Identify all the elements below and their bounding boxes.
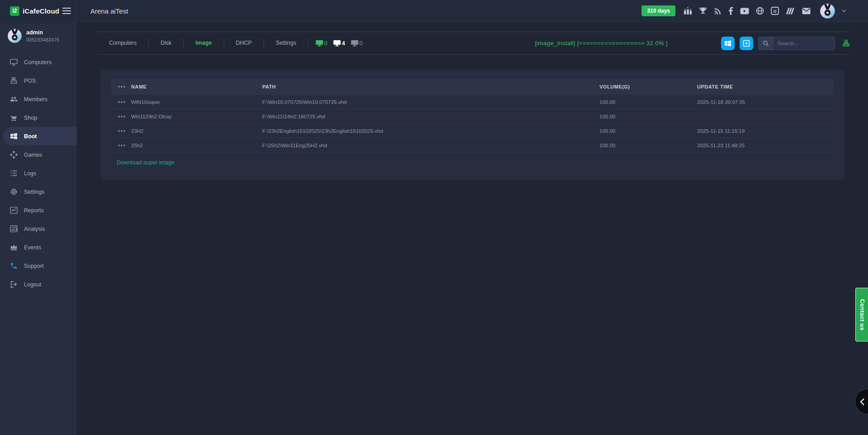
table-row[interactable]: 23H2 F:\23h2English15102025\23h2English1… (111, 124, 834, 138)
table-header: NAME PATH VOLUME(G) UPDATE TIME (111, 79, 834, 95)
monitor-icon (10, 58, 18, 66)
facebook-icon[interactable] (728, 7, 733, 15)
crown-icon (10, 243, 18, 251)
cell-path: F:\Win11\24H2.160725.vhd (262, 114, 599, 119)
sidebar: admin 005193482475 Computers POS Members (0, 23, 77, 435)
table-row[interactable]: WIN10super F:\Win10.070725\Win10.070725.… (111, 95, 834, 109)
sidebar-item-support[interactable]: Support (0, 257, 77, 275)
total-pcs-counter[interactable]: 4 (333, 40, 345, 47)
cell-path: F:\23h2English15102025\23h2English151020… (262, 128, 599, 134)
tab-settings[interactable]: Settings (264, 32, 308, 54)
table-row[interactable]: Win1124h2 Olcay F:\Win11\24H2.160725.vhd… (111, 109, 834, 124)
cell-volume: 100.00 (599, 99, 697, 105)
row-menu-icon[interactable] (118, 145, 120, 146)
download-super-image-link[interactable]: Download super image (117, 159, 175, 166)
sidebar-item-members[interactable]: Members (0, 90, 77, 108)
chevron-down-icon[interactable] (842, 9, 846, 12)
youtube-icon[interactable] (740, 8, 749, 14)
logo-text: iCafeCloud (23, 7, 59, 15)
sidebar-item-logs[interactable]: Logs (0, 164, 77, 182)
trophy-icon[interactable] (699, 7, 707, 15)
cell-name: 25h2 (131, 143, 262, 148)
sidebar-nav: Computers POS Members Shop Boot (0, 53, 77, 294)
sidebar-item-label: POS (24, 78, 36, 84)
bar-chart-icon (10, 225, 18, 233)
license-days-badge[interactable]: 310 days (642, 5, 675, 16)
layers-icon[interactable] (786, 7, 795, 15)
row-menu-icon[interactable] (118, 130, 120, 132)
sidebar-item-computers[interactable]: Computers (0, 53, 77, 71)
tab-image[interactable]: Image (184, 32, 223, 54)
boot-toolbar: Computers Disk Image DHCP Settings 0 4 0… (97, 32, 850, 55)
row-menu-icon[interactable] (118, 101, 120, 103)
sidebar-item-boot[interactable]: Boot (3, 127, 77, 145)
sidebar-item-label: Events (24, 244, 41, 251)
rss-icon[interactable] (714, 7, 722, 15)
col-volume: VOLUME(G) (599, 84, 697, 89)
sidebar-item-reports[interactable]: Reports (0, 201, 77, 220)
globe-icon[interactable] (756, 7, 764, 15)
user-id: 005193482475 (26, 37, 59, 42)
cell-path: F:\25h2\Win11Eng25H2.vhd (262, 143, 599, 148)
sitemap-icon[interactable] (842, 40, 850, 47)
total-count: 4 (342, 40, 345, 47)
search-input[interactable] (774, 37, 835, 50)
sidebar-item-settings[interactable]: Settings (0, 182, 77, 201)
windows-icon (724, 40, 731, 47)
tab-computers[interactable]: Computers (97, 32, 148, 54)
plus-square-icon (743, 40, 750, 47)
search-box (758, 37, 835, 50)
search-icon[interactable] (759, 37, 774, 50)
tab-dhcp[interactable]: DHCP (224, 32, 264, 54)
tab-disk[interactable]: Disk (149, 32, 183, 54)
row-menu-icon[interactable] (118, 116, 120, 117)
offline-pcs-counter[interactable]: 0 (351, 40, 363, 47)
sidebar-item-pos[interactable]: POS (0, 71, 77, 90)
sidebar-item-games[interactable]: Games (0, 145, 77, 164)
sidebar-item-label: Analysis (24, 226, 45, 232)
sidebar-item-label: Settings (24, 189, 44, 195)
pc-status-counters: 0 4 0 (316, 40, 363, 47)
table-row[interactable]: 25h2 F:\25h2\Win11Eng25H2.vhd 100.00 202… (111, 138, 834, 153)
cell-volume: 100.00 (599, 114, 697, 119)
cell-path: F:\Win10.070725\Win10.070725.vhd (262, 99, 599, 105)
image-install-progress: [image_install] [================== 32.0… (535, 40, 668, 47)
chevron-left-icon (860, 398, 864, 406)
sidebar-item-analysis[interactable]: Analysis (0, 220, 77, 238)
monitor-offline-icon (351, 40, 359, 47)
sidebar-item-label: Computers (24, 59, 52, 65)
sidebar-item-label: Support (24, 263, 44, 269)
ranking-icon[interactable] (684, 7, 692, 15)
sidebar-item-shop[interactable]: Shop (0, 108, 77, 127)
sidebar-user-block[interactable]: admin 005193482475 (0, 23, 77, 49)
sidebar-item-label: Reports (24, 207, 44, 214)
sidebar-item-label: Logs (24, 170, 36, 177)
windows-boot-button[interactable] (721, 37, 735, 50)
monitor-online-icon (316, 40, 323, 47)
contact-us-tab[interactable]: Contact us (855, 288, 868, 341)
main-content: Computers Disk Image DHCP Settings 0 4 0… (77, 23, 868, 435)
toolbar-buttons (721, 37, 753, 50)
icafecloud-badge-icon[interactable]: i2 (771, 7, 779, 15)
sidebar-item-logout[interactable]: Logout (0, 275, 77, 294)
sidebar-avatar (8, 29, 22, 43)
cell-update-time: 2025-11-23 11:48:25 (697, 143, 834, 148)
logo-area: i2 iCafeCloud (0, 0, 77, 22)
online-pcs-counter[interactable]: 0 (316, 40, 327, 47)
sidebar-item-label: Shop (24, 115, 37, 121)
cash-register-icon (10, 77, 18, 84)
cart-icon (10, 114, 18, 122)
line-chart-icon (10, 206, 18, 214)
add-image-button[interactable] (740, 37, 753, 50)
monitor-total-icon (333, 40, 341, 47)
col-update-time: UPDATE TIME (697, 84, 834, 89)
hamburger-menu-icon[interactable] (62, 8, 71, 14)
page-title: Arena aiTest (90, 7, 128, 15)
user-avatar[interactable] (820, 4, 835, 19)
sidebar-item-events[interactable]: Events (0, 238, 77, 257)
cell-name: 23H2 (131, 128, 262, 134)
sidebar-item-label: Boot (24, 133, 37, 140)
user-name: admin (26, 29, 59, 36)
mail-icon[interactable] (802, 8, 811, 14)
offline-count: 0 (359, 40, 363, 47)
